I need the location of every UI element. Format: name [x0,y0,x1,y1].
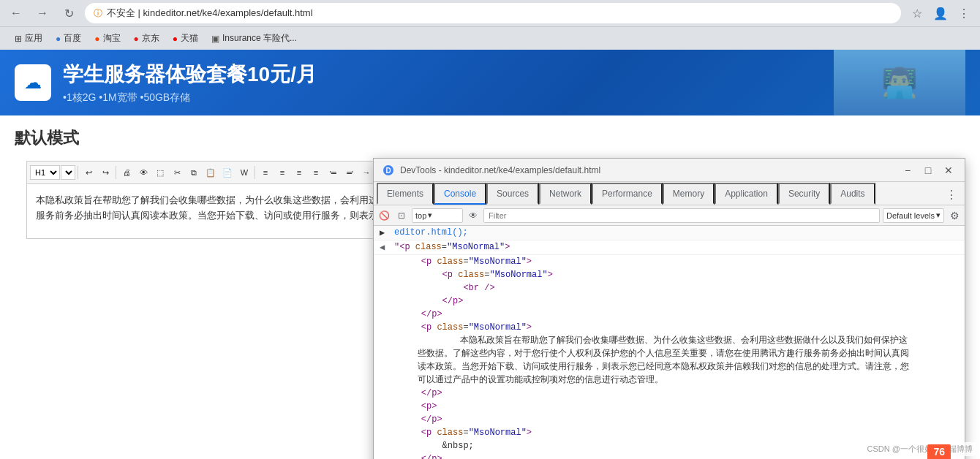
html-line-1: <p class="MsoNormal"> [400,255,959,268]
tab-security[interactable]: Security [778,183,830,205]
ad-title: 学生服务器体验套餐10元/月 [63,61,965,88]
align-right-button[interactable]: ≡ [291,164,307,181]
html-line-11: <p class="MsoNormal"> [400,426,959,439]
console-settings-button[interactable]: ⚙ [947,208,962,223]
ad-text: 学生服务器体验套餐10元/月 •1核2G •1M宽带 •50GB存储 [63,61,965,105]
font-family-select[interactable]: 字 [61,165,75,180]
heading-select[interactable]: H1 [30,165,60,180]
devtools-maximize-button[interactable]: □ [921,163,935,178]
bookmark-insurance[interactable]: ▣ Insurance 车险代... [206,29,303,48]
bookmark-jd-label: 京东 [142,32,159,45]
paste-word-button[interactable]: W [236,164,252,181]
profile-button[interactable]: 👤 [930,3,951,23]
tab-audits[interactable]: Audits [830,183,875,205]
browser-titlebar: ← → ↻ ⓘ 不安全 | kindeditor.net/ke4/example… [0,0,980,26]
jd-icon: ● [134,34,139,44]
tab-network[interactable]: Network [539,183,592,205]
devtools-titlebar: D DevTools - kindeditor.net/ke4/examples… [374,159,965,182]
tab-performance[interactable]: Performance [592,183,663,205]
devtools-close-button[interactable]: ✕ [941,163,956,178]
copy-button[interactable]: ⧉ [186,164,202,181]
apps-icon: ⊞ [15,34,22,44]
bookmark-tianmao[interactable]: ● 天猫 [167,29,204,48]
template-button[interactable]: ⬚ [152,164,168,181]
align-center-button[interactable]: ≡ [274,164,290,181]
tab-memory[interactable]: Memory [663,183,715,205]
print-button[interactable]: 🖨 [118,164,135,181]
align-left-button[interactable]: ≡ [257,164,274,181]
list-ul-button[interactable]: ≕ [342,164,358,181]
bookmark-taobao[interactable]: ● 淘宝 [88,29,126,48]
ad-image: 👨‍💻 [834,50,965,115]
taobao-icon: ● [94,34,99,44]
align-justify-button[interactable]: ≡ [308,164,324,181]
chevron-down-icon: ▾ [428,210,432,220]
console-toolbar: 🚫 ⊡ top ▾ 👁 Default levels ▾ ⚙ [374,205,965,226]
tab-sources[interactable]: Sources [486,183,539,205]
bookmark-insurance-label: Insurance 车险代... [222,32,297,45]
console-clear-button[interactable]: 🚫 [377,208,391,223]
console-input-prompt: ▶ [380,227,388,238]
console-input-text: editor.html(); [394,227,959,238]
bookmark-baidu-label: 百度 [64,32,81,45]
back-button[interactable]: ← [6,3,26,23]
paste-plain-button[interactable]: 📄 [219,164,235,181]
chevron-down-icon-levels: ▾ [936,210,941,220]
bookmark-star-button[interactable]: ☆ [907,3,927,23]
devtools-more-tabs[interactable]: ⋮ [941,184,962,205]
html-line-6: <p class="MsoNormal"> [400,321,959,334]
console-toggle-button[interactable]: ⊡ [394,208,409,223]
indent-button[interactable]: → [358,164,374,181]
devtools-logo: D [382,164,394,176]
undo-button[interactable]: ↩ [80,164,97,181]
devtools-tabs: Elements Console Sources Network Perform… [374,182,965,205]
tencent-cloud-icon: ☁ [24,72,42,93]
bookmark-apps[interactable]: ⊞ 应用 [9,29,48,48]
console-levels-select[interactable]: Default levels ▾ [883,208,944,223]
bookmark-taobao-label: 淘宝 [103,32,121,45]
svg-text:D: D [385,167,391,175]
security-icon: ⓘ [94,7,102,20]
devtools-title: DevTools - kindeditor.net/ke4/examples/d… [400,165,894,175]
devtools-minimize-button[interactable]: − [900,163,915,178]
bookmark-baidu[interactable]: ● 百度 [50,29,87,48]
forward-button[interactable]: → [32,3,53,23]
page-title: 默认模式 [15,127,965,149]
html-line-9: <p> [400,400,959,413]
console-filter-input[interactable] [483,208,880,223]
bookmark-apps-label: 应用 [25,32,42,45]
preview-button[interactable]: 👁 [135,164,151,181]
console-levels-text: Default levels [886,211,935,220]
url-text: 不安全 | kindeditor.net/ke4/examples/defaul… [107,7,313,20]
paste-button[interactable]: 📋 [203,164,219,181]
insurance-icon: ▣ [211,34,219,44]
console-output-prompt-1: ◀ [380,242,388,253]
html-line-7: 本隐私政策旨在帮助您了解我们会收集哪些数据、为什么收集这些数据、会利用这些数据做… [400,334,912,387]
tab-application[interactable]: Application [715,183,778,205]
toolbar-sep-2 [116,166,116,179]
ad-banner[interactable]: ☁ 学生服务器体验套餐10元/月 •1核2G •1M宽带 •50GB存储 广告 … [0,50,980,115]
redo-button[interactable]: ↪ [97,164,113,181]
refresh-button[interactable]: ↻ [59,3,79,23]
console-input-line: ▶ editor.html(); [374,226,965,240]
page-content: ☁ 学生服务器体验套餐10元/月 •1核2G •1M宽带 •50GB存储 广告 … [0,50,980,459]
ad-logo: ☁ [15,64,51,101]
list-ol-button[interactable]: ≔ [325,164,341,181]
cut-button[interactable]: ✂ [169,164,185,181]
address-bar[interactable]: ⓘ 不安全 | kindeditor.net/ke4/examples/defa… [85,3,901,23]
tab-elements[interactable]: Elements [377,183,434,205]
console-content[interactable]: ▶ editor.html(); ◀ "<p class="MsoNormal"… [374,226,965,459]
browser-chrome: ← → ↻ ⓘ 不安全 | kindeditor.net/ke4/example… [0,0,980,50]
console-eye-button[interactable]: 👁 [466,208,480,223]
toolbar-sep-1 [78,166,78,179]
menu-button[interactable]: ⋮ [954,3,974,23]
tianmao-icon: ● [173,34,178,44]
ad-subtitle: •1核2G •1M宽带 •50GB存储 [63,91,965,105]
tab-console[interactable]: Console [434,183,486,205]
bookmark-jd[interactable]: ● 京东 [128,29,165,48]
console-output-line-1: ◀ "<p class="MsoNormal"> [374,240,965,255]
bookmarks-bar: ⊞ 应用 ● 百度 ● 淘宝 ● 京东 ● 天猫 ▣ Insurance 车险代… [0,26,980,50]
console-context-select[interactable]: top ▾ [412,208,463,223]
csdn-watermark: CSDN @一个很好的前端博博 [863,442,977,456]
console-context-value: top [415,211,426,220]
